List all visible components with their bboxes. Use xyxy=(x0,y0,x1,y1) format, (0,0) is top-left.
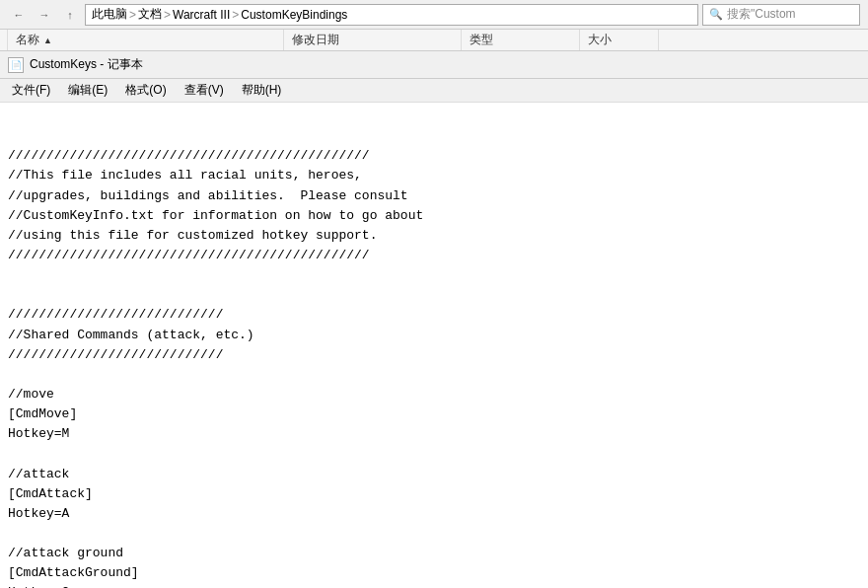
text-line: Hotkey=M xyxy=(8,424,860,444)
notepad-window: 📄 CustomKeys - 记事本 文件(F) 编辑(E) 格式(O) 查看(… xyxy=(0,51,868,588)
text-line xyxy=(8,265,860,285)
breadcrumb-docs: 文档 xyxy=(138,6,162,23)
col-header-size[interactable]: 大小 xyxy=(580,30,659,50)
text-line: //This file includes all racial units, h… xyxy=(8,166,860,185)
menu-file[interactable]: 文件(F) xyxy=(4,80,58,101)
notepad-titlebar: 📄 CustomKeys - 记事本 xyxy=(0,51,868,79)
col-name-label: 名称 xyxy=(16,32,39,48)
menu-format[interactable]: 格式(O) xyxy=(117,80,174,101)
breadcrumb-sep-1: > xyxy=(129,8,136,22)
breadcrumb-computer: 此电脑 xyxy=(92,6,127,23)
breadcrumb-warcraft: Warcraft III xyxy=(173,8,230,22)
text-line xyxy=(8,285,860,305)
text-line: //using this file for customized hotkey … xyxy=(8,226,860,246)
text-line: //Shared Commands (attack, etc.) xyxy=(8,326,860,345)
text-line xyxy=(8,444,860,464)
search-icon: 🔍 xyxy=(709,8,723,21)
col-date-label: 修改日期 xyxy=(292,32,339,48)
text-line: ////////////////////////////////////////… xyxy=(8,146,860,166)
breadcrumb[interactable]: 此电脑 > 文档 > Warcraft III > CustomKeyBindi… xyxy=(85,4,698,26)
text-line: [CmdMove] xyxy=(8,404,860,424)
menu-view[interactable]: 查看(V) xyxy=(177,80,232,101)
text-line: //////////////////////////// xyxy=(8,305,860,325)
text-line xyxy=(8,524,860,544)
col-header-date[interactable]: 修改日期 xyxy=(284,30,462,50)
text-content-area[interactable]: ////////////////////////////////////////… xyxy=(0,103,868,588)
text-line: Hotkey=A xyxy=(8,504,860,524)
menu-edit[interactable]: 编辑(E) xyxy=(60,80,115,101)
col-header-type[interactable]: 类型 xyxy=(462,30,580,50)
text-line xyxy=(8,365,860,385)
text-line: ////////////////////////////////////////… xyxy=(8,246,860,265)
breadcrumb-customkey: CustomKeyBindings xyxy=(241,8,347,22)
text-line: //upgrades, buildings and abilities. Ple… xyxy=(8,186,860,206)
explorer-bar: ← → ↑ 此电脑 > 文档 > Warcraft III > CustomKe… xyxy=(0,0,868,30)
col-header-name[interactable]: 名称 ▲ xyxy=(8,30,284,50)
nav-forward-button[interactable]: → xyxy=(34,4,55,26)
notepad-menu: 文件(F) 编辑(E) 格式(O) 查看(V) 帮助(H) xyxy=(0,79,868,103)
nav-back-button[interactable]: ← xyxy=(8,4,30,26)
text-line: //////////////////////////// xyxy=(8,345,860,365)
breadcrumb-sep-3: > xyxy=(232,8,239,22)
col-type-label: 类型 xyxy=(470,32,493,48)
notepad-title: CustomKeys - 记事本 xyxy=(30,56,143,73)
text-line: //attack xyxy=(8,465,860,484)
menu-help[interactable]: 帮助(H) xyxy=(234,80,290,101)
text-line: [CmdAttack] xyxy=(8,484,860,504)
breadcrumb-sep-2: > xyxy=(164,8,171,22)
sort-arrow-icon: ▲ xyxy=(43,36,52,45)
text-line: //attack ground xyxy=(8,544,860,563)
text-line: //move xyxy=(8,385,860,404)
search-placeholder: 搜索"Custom xyxy=(727,6,796,23)
text-line: //CustomKeyInfo.txt for information on h… xyxy=(8,206,860,226)
notepad-icon: 📄 xyxy=(8,57,24,73)
col-size-label: 大小 xyxy=(588,32,612,48)
nav-up-button[interactable]: ↑ xyxy=(59,4,81,26)
column-header-bar: 名称 ▲ 修改日期 类型 大小 xyxy=(0,30,868,51)
text-line: Hotkey=G xyxy=(8,583,860,588)
search-bar[interactable]: 🔍 搜索"Custom xyxy=(702,4,860,26)
text-line: [CmdAttackGround] xyxy=(8,563,860,583)
